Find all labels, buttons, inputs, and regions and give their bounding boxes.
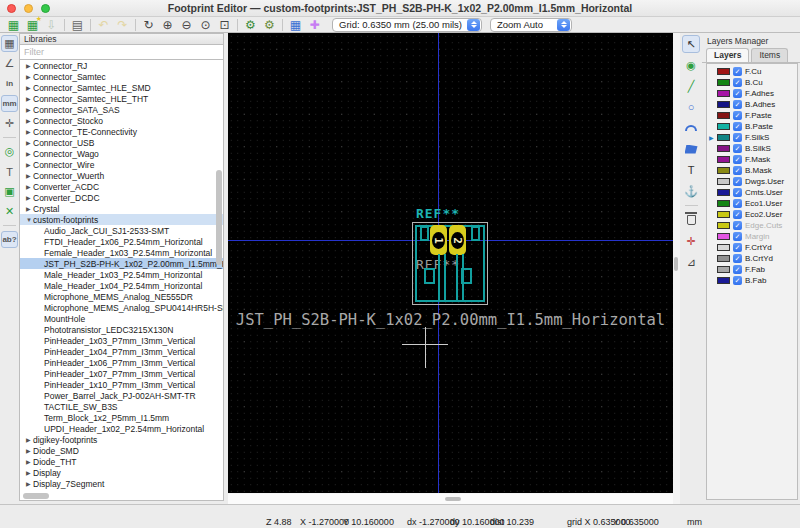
- footprint-value-text[interactable]: JST_PH_S2B-PH-K_1x02_P2.00mm_I1.5mm_Hori…: [228, 311, 673, 329]
- edges-sketch-icon[interactable]: ▣: [1, 183, 18, 200]
- expanded-arrow-icon[interactable]: ▼: [26, 217, 33, 223]
- grid-select[interactable]: Grid: 0.6350 mm (25.00 mils): [332, 18, 482, 32]
- library-item[interactable]: ▶Connector_Samtec_HLE_SMD: [20, 82, 223, 93]
- layer-visibility-checkbox[interactable]: ✓: [733, 199, 742, 208]
- collapsed-arrow-icon[interactable]: ▶: [26, 150, 33, 157]
- layer-row[interactable]: ✓B.Cu: [707, 77, 797, 88]
- layer-row[interactable]: ✓B.CrtYd: [707, 253, 797, 264]
- layer-row[interactable]: ✓B.Mask: [707, 165, 797, 176]
- layer-color-swatch[interactable]: [717, 244, 730, 251]
- layer-visibility-checkbox[interactable]: ✓: [733, 100, 742, 109]
- footprint-item[interactable]: PinHeader_1x03_P7mm_I3mm_Vertical: [20, 335, 223, 346]
- footprint-item[interactable]: TACTILE_SW_B3S: [20, 401, 223, 412]
- layer-row[interactable]: ✓Eco1.User: [707, 198, 797, 209]
- layer-visibility-checkbox[interactable]: ✓: [733, 243, 742, 252]
- layer-visibility-checkbox[interactable]: ✓: [733, 276, 742, 285]
- pads-sketch-icon[interactable]: ◎: [1, 143, 18, 160]
- collapsed-arrow-icon[interactable]: ▶: [26, 73, 33, 80]
- collapsed-arrow-icon[interactable]: ▶: [26, 194, 33, 201]
- library-item[interactable]: ▶Connector_USB: [20, 137, 223, 148]
- layer-row[interactable]: ✓F.Paste: [707, 110, 797, 121]
- layer-row[interactable]: ✓B.SilkS: [707, 143, 797, 154]
- footprint-item[interactable]: Microphone_MEMS_Analog_SPU0414HR5H-SB: [20, 302, 223, 313]
- library-vertical-scrollbar[interactable]: [216, 170, 222, 265]
- layer-color-swatch[interactable]: [717, 211, 730, 218]
- library-item[interactable]: ▶Connector_Wuerth: [20, 170, 223, 181]
- layer-color-swatch[interactable]: [717, 222, 730, 229]
- collapsed-arrow-icon[interactable]: ▶: [26, 183, 33, 190]
- library-item[interactable]: ▶Converter_ACDC: [20, 181, 223, 192]
- collapsed-arrow-icon[interactable]: ▶: [26, 117, 33, 124]
- pad-properties-icon[interactable]: ⚙: [260, 17, 279, 32]
- layer-row[interactable]: ✓Cmts.User: [707, 187, 797, 198]
- layer-color-swatch[interactable]: [717, 68, 730, 75]
- library-item[interactable]: ▶digikey-footprints: [20, 434, 223, 445]
- layer-visibility-checkbox[interactable]: ✓: [733, 155, 742, 164]
- layer-color-swatch[interactable]: [717, 145, 730, 152]
- footprint-item[interactable]: PinHeader_1x10_P7mm_I3mm_Vertical: [20, 379, 223, 390]
- library-item[interactable]: ▶Display: [20, 467, 223, 478]
- reference-silkscreen-text[interactable]: REF**: [398, 206, 478, 221]
- tab-layers[interactable]: Layers: [706, 48, 749, 62]
- zoom-in-icon[interactable]: ⊕: [158, 17, 177, 32]
- save-icon[interactable]: ⇩: [42, 17, 61, 32]
- layer-color-swatch[interactable]: [717, 178, 730, 185]
- footprint-item[interactable]: JST_PH_S2B-PH-K_1x02_P2.00mm_I1.5mm_Hori…: [20, 258, 223, 269]
- layer-visibility-checkbox[interactable]: ✓: [733, 111, 742, 120]
- layer-visibility-checkbox[interactable]: ✓: [733, 232, 742, 241]
- layer-row[interactable]: ✓F.Cu: [707, 66, 797, 77]
- editor-canvas[interactable]: REF** 1 2 REF**: [228, 33, 673, 493]
- collapsed-arrow-icon[interactable]: ▶: [26, 480, 33, 487]
- collapsed-arrow-icon[interactable]: ▶: [26, 62, 33, 69]
- layer-row[interactable]: ✓Margin: [707, 231, 797, 242]
- library-item[interactable]: ▶Connector_RJ: [20, 60, 223, 71]
- lines-sketch-icon[interactable]: ✕: [1, 203, 18, 220]
- add-arc-icon[interactable]: [682, 119, 700, 137]
- layer-row[interactable]: ✓B.Paste: [707, 121, 797, 132]
- footprint-item[interactable]: MountHole: [20, 313, 223, 324]
- layer-color-swatch[interactable]: [717, 134, 730, 141]
- footprint-item[interactable]: PinHeader_1x07_P7mm_I3mm_Vertical: [20, 368, 223, 379]
- collapsed-arrow-icon[interactable]: ▶: [26, 458, 33, 465]
- layer-visibility-checkbox[interactable]: ✓: [733, 78, 742, 87]
- new-footprint-icon[interactable]: ▦: [4, 17, 23, 32]
- footprint-item[interactable]: Term_Block_1x2_P5mm_I1.5mm: [20, 412, 223, 423]
- library-item[interactable]: ▶Connector_TE-Connectivity: [20, 126, 223, 137]
- collapsed-arrow-icon[interactable]: ▶: [26, 436, 33, 443]
- layer-color-swatch[interactable]: [717, 200, 730, 207]
- layer-color-swatch[interactable]: [717, 79, 730, 86]
- layer-color-swatch[interactable]: [717, 90, 730, 97]
- library-item[interactable]: ▶Diode_SMD: [20, 445, 223, 456]
- grid-origin-icon[interactable]: ✛: [682, 232, 700, 250]
- collapsed-arrow-icon[interactable]: ▶: [26, 128, 33, 135]
- add-pad-icon[interactable]: ◉: [682, 56, 700, 74]
- collapsed-arrow-icon[interactable]: ▶: [26, 95, 33, 102]
- layer-color-swatch[interactable]: [717, 189, 730, 196]
- footprint-item[interactable]: Male_Header_1x04_P2.54mm_Horizontal: [20, 280, 223, 291]
- library-item[interactable]: ▶Connector_Wago: [20, 148, 223, 159]
- footprint-item[interactable]: PinHeader_1x06_P7mm_I3mm_Vertical: [20, 357, 223, 368]
- collapsed-arrow-icon[interactable]: ▶: [26, 469, 33, 476]
- footprint-properties-icon[interactable]: ⚙: [241, 17, 260, 32]
- layer-visibility-checkbox[interactable]: ✓: [733, 221, 742, 230]
- collapsed-arrow-icon[interactable]: ▶: [26, 172, 33, 179]
- layer-visibility-checkbox[interactable]: ✓: [733, 210, 742, 219]
- canvas-horizontal-scrollbar[interactable]: [228, 494, 673, 504]
- library-horizontal-scrollbar[interactable]: [23, 493, 49, 499]
- undo-icon[interactable]: ↶: [94, 17, 113, 32]
- collapsed-arrow-icon[interactable]: ▶: [26, 161, 33, 168]
- footprint-item[interactable]: Female_Header_1x03_P2.54mm_Horizontal: [20, 247, 223, 258]
- collapsed-arrow-icon[interactable]: ▶: [26, 139, 33, 146]
- add-text-icon[interactable]: T: [682, 161, 700, 179]
- delete-tool-icon[interactable]: [682, 211, 700, 229]
- collapsed-arrow-icon[interactable]: ▶: [26, 447, 33, 454]
- footprint-item[interactable]: PinHeader_1x04_P7mm_I3mm_Vertical: [20, 346, 223, 357]
- load-footprint-from-board-icon[interactable]: ▦: [286, 17, 305, 32]
- layer-row[interactable]: ✓Dwgs.User: [707, 176, 797, 187]
- library-item[interactable]: ▶Connector_SATA_SAS: [20, 104, 223, 115]
- footprint-item[interactable]: Microphone_MEMS_Analog_NE555DR: [20, 291, 223, 302]
- library-item[interactable]: ▶Display_7Segment: [20, 478, 223, 489]
- zoom-selection-icon[interactable]: ⊡: [215, 17, 234, 32]
- layer-color-swatch[interactable]: [717, 255, 730, 262]
- layer-visibility-checkbox[interactable]: ✓: [733, 133, 742, 142]
